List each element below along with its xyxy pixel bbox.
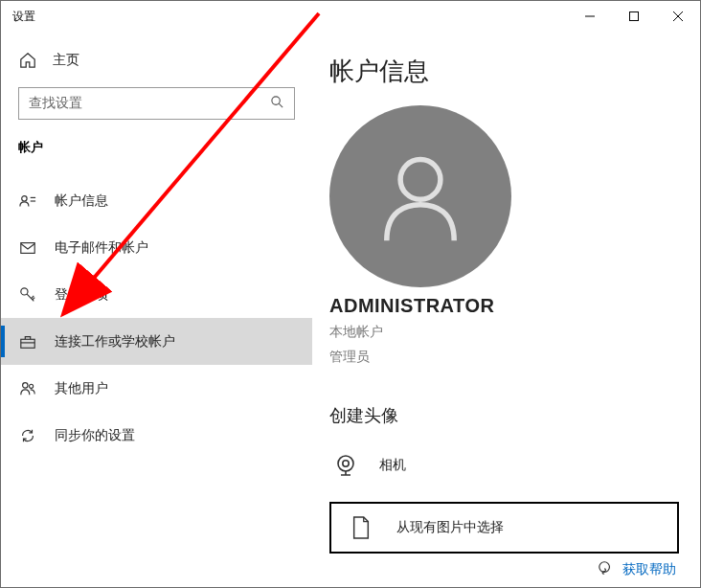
sidebar-header: 主页 查找设置 帐户: [1, 45, 312, 177]
account-role: 管理员: [329, 348, 679, 367]
person-card-icon: [18, 192, 37, 211]
svg-point-17: [343, 461, 349, 466]
nav-label: 登录选项: [55, 286, 108, 304]
svg-point-6: [22, 195, 27, 200]
account-type: 本地帐户: [329, 323, 679, 342]
nav-signin-options[interactable]: 登录选项: [1, 271, 312, 318]
nav-label: 帐户信息: [55, 192, 108, 210]
svg-point-15: [400, 160, 441, 200]
svg-point-4: [272, 96, 280, 103]
maximize-icon: [628, 11, 640, 22]
window-title: 设置: [12, 9, 35, 25]
svg-point-16: [338, 456, 353, 471]
nav-label: 电子邮件和帐户: [55, 239, 148, 257]
nav-label: 其他用户: [55, 380, 108, 397]
create-avatar-heading: 创建头像: [329, 404, 679, 427]
nav-other-users[interactable]: 其他用户: [1, 365, 312, 412]
page-title: 帐户信息: [329, 55, 679, 88]
key-icon: [18, 285, 37, 305]
svg-point-14: [30, 384, 34, 388]
camera-option[interactable]: 相机: [329, 446, 679, 485]
help-label: 获取帮助: [622, 561, 676, 578]
svg-line-5: [279, 103, 283, 107]
home-label: 主页: [53, 52, 79, 69]
search-input[interactable]: 查找设置: [18, 87, 295, 120]
search-icon: [270, 95, 284, 113]
section-heading: 帐户: [18, 139, 295, 156]
help-icon: [598, 560, 613, 578]
search-placeholder: 查找设置: [29, 95, 270, 112]
mail-icon: [18, 238, 37, 258]
nav-label: 连接工作或学校帐户: [55, 333, 175, 351]
home-icon: [18, 51, 37, 70]
browse-label: 从现有图片中选择: [396, 519, 504, 536]
maximize-button[interactable]: [612, 1, 656, 32]
svg-point-13: [23, 382, 28, 387]
svg-rect-11: [21, 339, 34, 348]
content-area: 主页 查找设置 帐户 帐户信息: [1, 32, 700, 587]
avatar-placeholder-icon: [368, 144, 473, 249]
svg-rect-9: [21, 242, 34, 253]
nav-email-accounts[interactable]: 电子邮件和帐户: [1, 224, 312, 271]
briefcase-icon: [18, 332, 37, 351]
minimize-button[interactable]: [568, 1, 612, 32]
sync-icon: [18, 426, 37, 445]
settings-window: 设置 主页 查找设置: [0, 0, 701, 588]
people-icon: [18, 379, 37, 398]
avatar: [329, 105, 511, 287]
file-icon: [345, 511, 377, 544]
sidebar: 主页 查找设置 帐户 帐户信息: [1, 32, 312, 587]
username: ADMINISTRATOR: [329, 295, 679, 317]
titlebar: 设置: [1, 1, 700, 32]
help-link[interactable]: 获取帮助: [598, 560, 676, 578]
svg-rect-1: [630, 12, 639, 21]
close-icon: [672, 11, 684, 22]
minimize-icon: [584, 11, 596, 22]
close-button[interactable]: [656, 1, 700, 32]
nav-work-school[interactable]: 连接工作或学校帐户: [1, 318, 312, 365]
nav-list: 帐户信息 电子邮件和帐户 登录选项: [1, 177, 312, 459]
window-controls: [568, 1, 700, 32]
nav-account-info[interactable]: 帐户信息: [1, 177, 312, 224]
svg-point-18: [599, 562, 610, 573]
nav-sync-settings[interactable]: 同步你的设置: [1, 412, 312, 459]
nav-label: 同步你的设置: [55, 427, 135, 444]
svg-point-10: [21, 287, 28, 294]
main-panel: 帐户信息 ADMINISTRATOR 本地帐户 管理员 创建头像 相机: [312, 32, 700, 587]
home-button[interactable]: 主页: [18, 45, 295, 87]
browse-button[interactable]: 从现有图片中选择: [329, 502, 679, 554]
camera-icon: [329, 449, 362, 482]
camera-label: 相机: [379, 457, 406, 474]
